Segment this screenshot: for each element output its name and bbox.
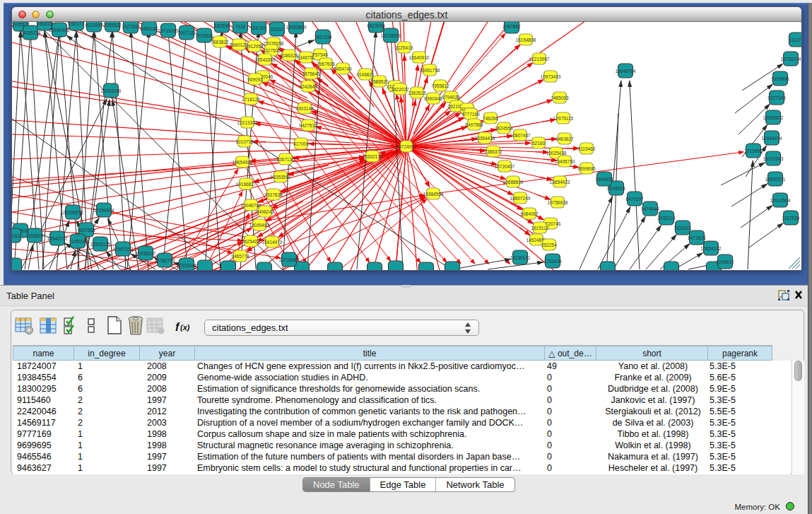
- svg-text:1125419: 1125419: [396, 45, 413, 50]
- svg-text:19166827: 19166827: [236, 182, 257, 187]
- svg-text:7515526: 7515526: [195, 33, 213, 38]
- svg-text:7955812: 7955812: [431, 83, 449, 88]
- svg-text:8938923: 8938923: [607, 186, 625, 191]
- svg-text:10807487: 10807487: [510, 133, 531, 138]
- svg-text:13716485: 13716485: [279, 257, 300, 262]
- svg-text:f: f: [175, 321, 180, 333]
- svg-text:16210643: 16210643: [763, 156, 784, 161]
- svg-text:14136141: 14136141: [510, 255, 531, 260]
- svg-text:111273: 111273: [789, 37, 801, 42]
- svg-text:10973493: 10973493: [541, 74, 561, 79]
- svg-text:16914479: 16914479: [262, 240, 283, 245]
- svg-text:8990448: 8990448: [424, 96, 442, 101]
- svg-text:10782759: 10782759: [155, 258, 175, 263]
- svg-text:19654982: 19654982: [233, 160, 253, 165]
- svg-text:7485063: 7485063: [551, 95, 569, 100]
- svg-text:757546: 757546: [312, 52, 328, 57]
- svg-text:13654923: 13654923: [550, 180, 570, 185]
- svg-text:746266: 746266: [483, 116, 498, 121]
- svg-text:1527602: 1527602: [122, 24, 140, 29]
- svg-text:2967608: 2967608: [317, 62, 335, 66]
- svg-text:14099483: 14099483: [249, 223, 270, 228]
- svg-text:1733426: 1733426: [543, 259, 562, 264]
- svg-text:417006: 417006: [293, 141, 309, 146]
- svg-text:19218506: 19218506: [381, 33, 401, 38]
- svg-text:(x): (x): [180, 323, 190, 332]
- svg-text:17359924: 17359924: [94, 208, 114, 213]
- svg-text:7625402: 7625402: [242, 239, 260, 244]
- svg-text:12505135: 12505135: [90, 242, 111, 247]
- svg-text:2935114: 2935114: [658, 216, 676, 221]
- svg-text:9327505: 9327505: [262, 48, 281, 53]
- svg-text:12213967: 12213967: [529, 57, 550, 62]
- svg-text:1010753: 1010753: [235, 139, 254, 144]
- svg-text:252254: 252254: [541, 243, 557, 247]
- svg-text:10025438: 10025438: [546, 151, 567, 156]
- svg-text:8813054: 8813054: [367, 23, 385, 28]
- svg-text:26206578: 26206578: [63, 210, 83, 215]
- svg-text:8454749: 8454749: [334, 66, 352, 71]
- svg-text:6794028: 6794028: [442, 95, 460, 100]
- svg-text:7857234: 7857234: [314, 35, 332, 40]
- svg-text:9146821: 9146821: [356, 72, 375, 77]
- svg-text:10958187: 10958187: [136, 251, 156, 256]
- svg-text:12942737: 12942737: [47, 236, 68, 241]
- svg-text:7632621: 7632621: [673, 226, 692, 230]
- svg-text:15720407: 15720407: [495, 164, 515, 169]
- svg-text:17957253: 17957253: [113, 247, 134, 252]
- svg-text:2087682: 2087682: [502, 24, 521, 29]
- svg-text:12213363: 12213363: [237, 120, 258, 125]
- svg-text:10719185: 10719185: [158, 28, 179, 33]
- svg-text:1640954: 1640954: [595, 177, 613, 182]
- svg-text:12975115: 12975115: [553, 116, 574, 121]
- svg-text:909093: 909093: [247, 77, 263, 82]
- svg-text:9329996: 9329996: [771, 76, 789, 81]
- svg-text:20053346: 20053346: [101, 88, 122, 93]
- svg-text:3875645: 3875645: [302, 71, 320, 76]
- svg-text:9242845: 9242845: [299, 84, 317, 89]
- svg-text:9427512: 9427512: [299, 123, 317, 128]
- svg-text:9115460: 9115460: [578, 146, 596, 151]
- svg-text:12323446: 12323446: [177, 263, 197, 268]
- svg-text:3822037: 3822037: [391, 87, 409, 92]
- svg-text:3912954: 3912954: [245, 44, 264, 49]
- svg-text:9213457: 9213457: [85, 23, 103, 28]
- svg-text:10654122: 10654122: [701, 246, 722, 251]
- svg-text:10688609: 10688609: [503, 180, 524, 185]
- svg-text:6466160: 6466160: [140, 26, 158, 31]
- svg-text:16154808: 16154808: [516, 37, 536, 42]
- svg-text:16053809: 16053809: [286, 25, 307, 30]
- svg-text:83130: 83130: [252, 25, 265, 30]
- svg-text:6497568: 6497568: [465, 122, 483, 127]
- svg-text:9084067: 9084067: [520, 211, 539, 216]
- svg-text:6479197: 6479197: [625, 197, 644, 201]
- svg-text:10543362: 10543362: [255, 57, 276, 62]
- svg-text:3267130: 3267130: [276, 157, 295, 162]
- svg-text:23495750: 23495750: [555, 159, 575, 164]
- svg-text:9465774: 9465774: [231, 254, 249, 259]
- svg-text:192177: 192177: [69, 22, 84, 26]
- svg-text:10046798: 10046798: [241, 203, 261, 208]
- svg-text:18807249: 18807249: [510, 196, 531, 201]
- svg-text:1903144: 1903144: [295, 106, 314, 111]
- svg-text:1067135: 1067135: [177, 30, 196, 35]
- svg-text:15751074: 15751074: [781, 57, 801, 62]
- svg-text:9498242: 9498242: [256, 209, 274, 214]
- svg-text:12093872: 12093872: [763, 115, 784, 120]
- svg-text:14055724: 14055724: [20, 30, 41, 35]
- svg-text:19384554: 19384554: [423, 192, 444, 197]
- svg-text:1588520: 1588520: [370, 79, 389, 84]
- svg-text:13353594: 13353594: [271, 175, 291, 180]
- svg-text:1167539: 1167539: [782, 216, 800, 221]
- svg-text:190215: 190215: [37, 22, 52, 26]
- svg-text:8186328: 8186328: [280, 53, 298, 58]
- svg-text:3215958: 3215958: [744, 148, 763, 153]
- svg-text:3824554: 3824554: [495, 126, 513, 131]
- svg-text:15302173: 15302173: [363, 154, 383, 159]
- svg-text:9463627: 9463627: [555, 136, 574, 141]
- svg-text:15692971: 15692971: [765, 177, 786, 182]
- svg-text:18724007: 18724007: [396, 144, 417, 149]
- svg-text:16961758: 16961758: [420, 68, 440, 73]
- svg-text:160538: 160538: [214, 23, 230, 28]
- svg-text:20091406: 20091406: [49, 28, 70, 33]
